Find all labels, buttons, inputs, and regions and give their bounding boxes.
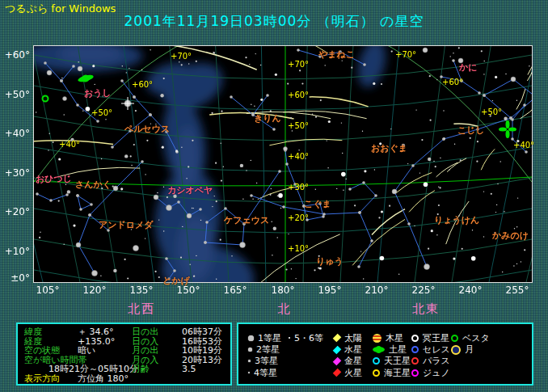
- legend-column: 太陽水星金星火星: [334, 332, 362, 379]
- legend-label: 太陽: [344, 332, 362, 344]
- legend-symbol-mag-icon: [248, 348, 252, 352]
- legend-item: 4等星: [248, 367, 281, 378]
- legend-label: 4等星: [254, 367, 277, 379]
- legend-symbol-ring-icon: [411, 369, 419, 377]
- legend-item: 太陽: [334, 332, 362, 344]
- meteor-radiant-icon: [499, 120, 516, 138]
- legend-item: 1等星: [248, 332, 281, 344]
- legend-item: 金星: [334, 356, 362, 367]
- vesta-icon: [43, 96, 48, 102]
- legend-symbol-dot-icon: [289, 337, 290, 339]
- legend-item: 冥王星: [411, 332, 450, 344]
- legend-item: セレス: [411, 344, 450, 355]
- legend-item: 2等星: [248, 344, 281, 355]
- legend-label: 火星: [344, 367, 362, 379]
- legend-item: パラス: [411, 356, 450, 367]
- altitude-label: +30°: [0, 167, 30, 179]
- info-label: 月齢: [132, 365, 182, 374]
- legend-item: 天王星: [373, 356, 411, 367]
- azimuth-label: 180°: [272, 285, 295, 296]
- info-label: 緯度: [24, 327, 78, 337]
- legend-column: 5・6等: [289, 332, 323, 344]
- azimuth-label: 240°: [459, 285, 483, 296]
- legend-item: ジュノ: [411, 367, 450, 378]
- legend-label: パラス: [423, 355, 450, 367]
- info-value: 3.5: [182, 364, 196, 374]
- legend-column: 冥王星セレスパラスジュノ: [411, 332, 450, 379]
- legend-label: 木星: [386, 332, 403, 344]
- legend-symbol-ring-icon: [411, 357, 419, 365]
- altitude-label: ±0°: [0, 272, 30, 284]
- legend-label: ベスタ: [462, 332, 490, 344]
- legend-label: 2等星: [256, 344, 280, 356]
- azimuth-label: 105°: [36, 285, 60, 296]
- legend-symbol-ring-icon: [373, 369, 380, 377]
- legend-symbol-jupiter-icon: [373, 334, 381, 343]
- planet-markers: [43, 73, 517, 138]
- legend-item: 3等星: [248, 356, 281, 367]
- legend-column: ベスタ月: [451, 332, 490, 356]
- legend-symbol-mag-icon: [248, 360, 251, 362]
- info-row: 表示方向方位角 180°: [24, 374, 138, 384]
- legend-symbol-moon-icon: [451, 345, 461, 355]
- legend-symbol-ring-icon: [373, 357, 380, 365]
- legend-label: 土星: [389, 344, 407, 356]
- info-label: 表示方向: [24, 374, 78, 384]
- legend-symbol-ring-icon: [411, 346, 419, 353]
- legend-symbol-diamond-icon: [333, 369, 342, 377]
- legend-item: 土星: [373, 344, 411, 355]
- legend-item: 水星: [334, 344, 362, 355]
- observation-info-panel: 緯度＋ 34.6°経度+135.0°空の状態暗い空が暗い時間帯18時21分～05…: [16, 322, 232, 386]
- azimuth-label: 210°: [365, 285, 389, 296]
- azimuth-label: 165°: [224, 285, 247, 296]
- legend-label: 3等星: [255, 355, 278, 367]
- info-row: 月齢3.5: [132, 365, 222, 374]
- legend-column: 1等星2等星3等星4等星: [248, 332, 281, 379]
- legend-symbol-mag-icon: [248, 335, 254, 341]
- legend-label: ジュノ: [423, 367, 450, 379]
- star-chart-canvas[interactable]: [34, 46, 532, 282]
- legend-item: 火星: [334, 367, 362, 378]
- azimuth-label: 135°: [130, 285, 154, 296]
- legend-symbol-diamond-icon: [333, 357, 342, 366]
- legend-symbol-ring-icon: [451, 335, 458, 342]
- legend-item: 木星: [373, 332, 411, 344]
- legend-label: 水星: [344, 344, 362, 356]
- info-label: 日の出: [132, 327, 182, 337]
- altitude-label: +60°: [0, 49, 30, 61]
- legend-column: 木星土星天王星海王星: [373, 332, 411, 379]
- legend-label: セレス: [423, 344, 450, 356]
- meteor-trails: [34, 46, 532, 282]
- azimuth-label: 225°: [412, 285, 436, 296]
- azimuth-label: 150°: [177, 285, 200, 296]
- azimuth-label: 255°: [506, 285, 529, 296]
- azimuth-label: 195°: [318, 285, 342, 296]
- legend-label: 天王星: [384, 355, 411, 367]
- legend-symbol-diamond-icon: [333, 345, 342, 354]
- info-value: 方位角 180°: [78, 373, 129, 384]
- legend-label: 海王星: [384, 367, 411, 379]
- legend-symbol-mag-icon: [248, 372, 250, 373]
- legend-label: 1等星: [258, 332, 281, 344]
- legend-label: 冥王星: [423, 332, 449, 344]
- legend-symbol-ring-icon: [411, 335, 419, 342]
- legend-item: 5・6等: [289, 332, 323, 344]
- coordinate-grid: [34, 46, 532, 282]
- direction-label: 北東: [412, 301, 440, 317]
- info-column-right: 日の出06時37分日の入16時53分月の出10時19分月の入20時13分月齢3.…: [132, 327, 222, 374]
- direction-label: 北: [278, 301, 292, 317]
- page-title: 2001年11月19日03時00分 （明石） の星空: [0, 12, 548, 31]
- altitude-label: +20°: [0, 206, 30, 217]
- legend-label: 月: [465, 344, 474, 356]
- legend-symbol-saturn-icon: [373, 347, 385, 352]
- legend-label: 5・6等: [294, 332, 323, 344]
- legend-label: 金星: [344, 355, 362, 367]
- tsuru-pura-window: つるぷら for Windows 2001年11月19日03時00分 （明石） …: [0, 0, 548, 392]
- legend-item: ベスタ: [451, 332, 490, 344]
- direction-label: 北西: [128, 301, 155, 317]
- info-column-left: 緯度＋ 34.6°経度+135.0°空の状態暗い空が暗い時間帯18時21分～05…: [24, 327, 138, 384]
- altitude-label: +50°: [0, 89, 30, 100]
- legend-symbol-diamond-icon: [333, 334, 342, 343]
- star-chart[interactable]: +70°+60°+50°+40°+30°+20°+10°+70°+60°+50°…: [33, 45, 533, 283]
- saturn-icon: [77, 73, 95, 84]
